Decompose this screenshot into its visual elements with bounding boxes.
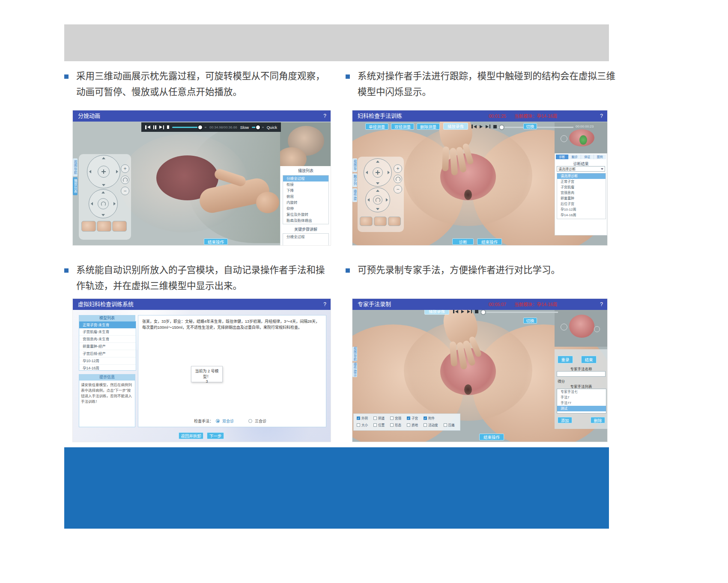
uterus-thumbnail[interactable] bbox=[555, 306, 607, 347]
expert-item[interactable]: 手法7 bbox=[557, 395, 606, 400]
keysteps-item[interactable]: 分娩全过程 bbox=[283, 234, 328, 240]
alt-view-thumbnail[interactable] bbox=[280, 122, 331, 166]
stop-icon[interactable] bbox=[475, 310, 478, 313]
end-operation-button[interactable]: 结束操作 bbox=[479, 434, 504, 440]
play-recording-button[interactable]: 播放录像 bbox=[443, 123, 468, 130]
end-operation-button[interactable]: 结束操作 bbox=[477, 238, 502, 245]
single-measure-button[interactable]: 单径测量 bbox=[365, 123, 388, 130]
tab-signs[interactable]: 体征 bbox=[581, 155, 594, 159]
model-item[interactable]: 子宫肌瘤-未生育 bbox=[79, 328, 136, 336]
help-icon[interactable]: ? bbox=[323, 110, 326, 122]
tab-hints[interactable]: 操作提示 bbox=[352, 363, 357, 377]
skip-start-icon[interactable] bbox=[471, 125, 477, 128]
expert-item[interactable]: 测试 bbox=[557, 406, 606, 411]
view-preset-thumb-3[interactable] bbox=[388, 217, 401, 226]
diagnose-button[interactable]: 诊断 bbox=[452, 238, 474, 245]
playlist-item[interactable]: 下降 bbox=[283, 187, 328, 193]
playlist-item[interactable]: 分娩全过程 bbox=[283, 175, 328, 181]
skip-start-icon[interactable] bbox=[453, 309, 458, 313]
view-preset-thumb-1[interactable] bbox=[81, 221, 96, 232]
tab-view-navigation[interactable]: 视图导航 bbox=[352, 158, 357, 172]
diagnosis-dropdown[interactable]: 请选择诊断 bbox=[557, 166, 605, 172]
diagnosis-item[interactable]: 孕10-12周 bbox=[557, 207, 606, 212]
stop-icon[interactable] bbox=[493, 125, 497, 128]
play-icon[interactable] bbox=[461, 310, 464, 313]
switch-view-button[interactable]: 切换 bbox=[523, 318, 537, 324]
view-preset-thumb-2[interactable] bbox=[374, 217, 387, 226]
view-preset-thumb-2[interactable] bbox=[97, 221, 111, 232]
diagnosis-item[interactable]: 后位子宫 bbox=[557, 201, 606, 207]
playlist-item[interactable]: 胎肩及胎体娩出 bbox=[283, 217, 328, 223]
model-item[interactable]: 卵巢囊肿-经产 bbox=[79, 343, 136, 350]
diagnosis-item[interactable]: 孕14-16周 bbox=[557, 212, 606, 218]
playlist-item[interactable]: 衔接 bbox=[283, 181, 328, 187]
checkbox-item[interactable]: 阴道 bbox=[373, 416, 385, 420]
diagnosis-item[interactable]: 宫颈息肉 bbox=[557, 190, 606, 196]
timeline-knob[interactable] bbox=[480, 309, 486, 315]
tab-palpation[interactable]: 触诊 bbox=[568, 155, 581, 159]
checkbox-item[interactable]: 大小 bbox=[357, 422, 368, 427]
back-button[interactable]: 返回并拆卸 bbox=[179, 432, 203, 439]
radio-trimanual[interactable] bbox=[248, 419, 252, 423]
pan-dpad[interactable] bbox=[364, 158, 392, 187]
view-preset-thumb-1[interactable] bbox=[360, 217, 373, 226]
tab-palpation-list[interactable]: 触诊列表 bbox=[352, 173, 357, 187]
diagnosis-item[interactable]: 子宫肌瘤 bbox=[557, 184, 606, 190]
checkbox-item[interactable]: 质地 bbox=[407, 422, 418, 427]
stop-icon[interactable] bbox=[167, 125, 169, 129]
end-operation-button[interactable]: 结束操作 bbox=[204, 238, 228, 245]
skip-start-icon[interactable] bbox=[145, 125, 150, 129]
progress-slider[interactable] bbox=[172, 127, 202, 128]
tab-playlist[interactable]: 播放列表 bbox=[73, 177, 78, 195]
checkbox-item[interactable]: 活动度 bbox=[424, 422, 438, 427]
tab-view-navigation[interactable]: 视图导航 bbox=[352, 347, 357, 361]
next-button[interactable]: 下一步 bbox=[207, 432, 224, 439]
playlist-item[interactable]: 复位及外旋转 bbox=[283, 211, 328, 217]
model-item[interactable]: 子宫后倾-经产 bbox=[79, 350, 136, 357]
speed-slider[interactable] bbox=[252, 127, 259, 128]
tab-view-navigation[interactable]: 视图导航 bbox=[73, 158, 78, 176]
double-measure-button[interactable]: 双径测量 bbox=[391, 123, 414, 130]
speed-knob[interactable] bbox=[255, 125, 261, 130]
play-icon[interactable] bbox=[480, 125, 483, 128]
tab-legend[interactable]: 图例 bbox=[594, 155, 606, 159]
pan-center-icon[interactable] bbox=[98, 166, 110, 178]
model-item[interactable]: 正常子宫-未生育 bbox=[79, 321, 136, 328]
timeline-knob[interactable] bbox=[499, 125, 504, 130]
expert-item[interactable]: 手法77 bbox=[557, 400, 606, 406]
diagnosis-item[interactable]: 正常子宫 bbox=[557, 179, 606, 184]
skip-end-icon[interactable] bbox=[159, 125, 164, 129]
tab-diagnosis[interactable]: 诊断 bbox=[556, 155, 568, 159]
tab-hints[interactable]: 操作提示 bbox=[352, 188, 357, 202]
delete-button[interactable]: 删除 bbox=[591, 417, 605, 423]
timeline-slider[interactable] bbox=[480, 312, 558, 313]
expert-item[interactable]: 专家手法七 bbox=[557, 389, 606, 395]
reset-view-button[interactable] bbox=[121, 175, 129, 184]
help-icon[interactable]: ? bbox=[323, 299, 326, 310]
diagnosis-item[interactable]: 请选择诊断 bbox=[557, 173, 606, 179]
help-icon[interactable]: ? bbox=[600, 110, 603, 122]
progress-knob[interactable] bbox=[197, 125, 203, 130]
playlist-item[interactable]: 内旋转 bbox=[283, 199, 328, 205]
add-button[interactable]: 添加 bbox=[558, 417, 572, 423]
checkbox-item[interactable]: ✓外阴 bbox=[357, 416, 368, 420]
help-icon[interactable]: ? bbox=[600, 299, 603, 310]
rotate-dpad[interactable] bbox=[89, 189, 118, 218]
reset-view-button[interactable] bbox=[394, 175, 402, 183]
skip-end-icon[interactable] bbox=[486, 125, 491, 128]
model-item[interactable]: 孕14-16周 bbox=[79, 365, 136, 371]
rotate-center-icon[interactable] bbox=[98, 198, 109, 209]
checkbox-item[interactable]: ✓子宫 bbox=[407, 416, 418, 420]
checkbox-item[interactable]: ✓附件 bbox=[424, 416, 435, 420]
model-item[interactable]: 宫颈息肉-未生育 bbox=[79, 336, 136, 343]
expert-name-input[interactable] bbox=[557, 371, 606, 377]
checkbox-item[interactable]: 压痛 bbox=[444, 422, 455, 427]
rerecord-button[interactable]: 重录 bbox=[558, 356, 573, 363]
switch-view-button[interactable]: 切换 bbox=[523, 123, 537, 129]
rotate-center-icon[interactable] bbox=[373, 195, 382, 205]
zoom-in-button[interactable]: + bbox=[121, 164, 129, 173]
pan-dpad[interactable] bbox=[87, 155, 120, 188]
checkbox-item[interactable]: 位置 bbox=[373, 422, 385, 427]
playlist-item[interactable]: 俯屈 bbox=[283, 193, 328, 199]
view-preset-thumb-3[interactable] bbox=[112, 221, 127, 232]
